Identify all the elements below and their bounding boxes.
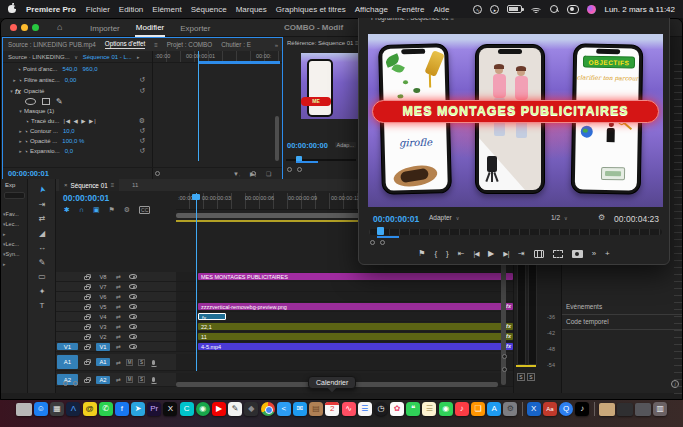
reference-timecode[interactable]: 00:00:00:00 — [287, 141, 328, 150]
play-only-icon[interactable]: ▶| — [250, 170, 256, 177]
mask-ellipse-icon[interactable] — [25, 98, 36, 105]
track-lane-V4[interactable]: fx — [176, 312, 513, 321]
panel-tab-4[interactable]: Chutier : E — [221, 41, 251, 48]
wrench-settings-icon[interactable]: ⚙ — [598, 213, 605, 222]
add-marker-button[interactable]: ⚑ — [418, 250, 425, 258]
twirl-icon[interactable]: ▸ — [17, 138, 24, 144]
mode-tab-exporter[interactable]: Exporter — [179, 21, 211, 36]
type-tool[interactable]: T — [28, 301, 56, 310]
lock-icon[interactable] — [84, 296, 90, 300]
record-mic-icon[interactable] — [152, 377, 155, 382]
track-target-V1[interactable]: V1 — [57, 343, 78, 350]
track-select-tool[interactable]: ⇥ — [28, 200, 56, 209]
effects-tree-item-4[interactable]: ▾Lec... — [3, 241, 19, 247]
track-name-V8[interactable]: V8 — [96, 274, 110, 280]
mode-tab-importer[interactable]: Importer — [89, 21, 121, 36]
clip-V3[interactable]: 22,1fx — [198, 323, 513, 330]
dock-item-youtube[interactable]: ▶ — [212, 402, 226, 416]
twirl-icon[interactable]: ▸ — [11, 77, 18, 83]
effects-tree-item-1[interactable]: ▾Fav... — [3, 211, 19, 217]
effect-property-value[interactable]: 540,0 — [62, 66, 77, 72]
dock-item-app-store[interactable]: A — [487, 402, 501, 416]
home-icon[interactable]: ⌂ — [57, 22, 62, 32]
track-lane-V7[interactable] — [176, 282, 513, 291]
dock-item-books[interactable]: ❏ — [471, 402, 485, 416]
zoom-in-handle[interactable] — [297, 167, 302, 172]
selection-tool[interactable]: ➤ — [28, 185, 56, 194]
siri-icon[interactable] — [587, 5, 596, 14]
menu-item-4[interactable]: Séquence — [191, 5, 227, 14]
toggle-track-output-icon[interactable] — [129, 324, 137, 329]
dock-item-mail[interactable]: ✉ — [293, 402, 307, 416]
sync-lock-icon[interactable]: ⇄ — [116, 273, 121, 280]
stopwatch-icon[interactable]: ◔ — [24, 148, 28, 155]
timeline-settings-icon[interactable]: ⚙ — [124, 206, 130, 214]
dock-item-whatsapp[interactable]: ✆ — [99, 402, 113, 416]
lock-icon[interactable] — [84, 286, 90, 290]
zoom-in-handle[interactable] — [73, 381, 78, 386]
effect-row-7[interactable]: ▸◔Contour ...10,0↺ — [3, 126, 151, 136]
dock-item-app-arrow[interactable]: Λ — [66, 402, 80, 416]
reset-icon[interactable]: ↺ — [139, 137, 145, 145]
mark-in-button[interactable]: { — [434, 250, 437, 258]
solo-button[interactable]: S — [138, 376, 145, 383]
ripple-edit-tool[interactable]: ⇄ — [28, 214, 56, 223]
effect-work-area-bar[interactable] — [198, 61, 280, 64]
dock-item-premiere-pro[interactable]: Pr — [147, 402, 161, 416]
lock-icon[interactable] — [84, 346, 90, 350]
go-to-out-button[interactable]: ⇥ — [518, 250, 525, 258]
solo-button[interactable]: S — [138, 359, 145, 366]
stopwatch-icon[interactable]: ◔ — [24, 128, 28, 135]
dock-item-app-fonts[interactable]: Aa — [543, 402, 557, 416]
effects-tree-item-2[interactable]: ▾Lec... — [3, 221, 19, 227]
dock-item-app-dark[interactable]: ◆ — [244, 402, 258, 416]
effect-row-9[interactable]: ▸◔Expansio...0,0↺ — [3, 146, 151, 156]
toggle-track-output-icon[interactable] — [129, 344, 137, 349]
control-center-icon[interactable] — [567, 5, 579, 14]
battery-icon[interactable] — [507, 5, 522, 13]
dock-item-app-x[interactable]: X — [527, 402, 541, 416]
zoom-out-handle[interactable] — [370, 240, 375, 245]
mute-button[interactable]: M — [126, 359, 133, 366]
clip-fx-badge[interactable]: fx — [506, 324, 511, 330]
lock-icon[interactable] — [84, 316, 90, 320]
stopwatch-icon[interactable]: ◔ — [24, 138, 28, 145]
dock-item-capcut[interactable]: X — [163, 402, 177, 416]
panel-menu-icon[interactable]: ≡ — [154, 42, 158, 48]
zoom-out-handle[interactable] — [155, 171, 160, 176]
sync-lock-icon[interactable]: ⇄ — [116, 303, 121, 310]
nest-icon[interactable]: ✱ — [64, 206, 70, 214]
program-playhead-handle[interactable] — [377, 227, 384, 235]
add-button[interactable]: + — [605, 250, 610, 258]
toggle-track-output-icon[interactable] — [129, 294, 137, 299]
lock-icon[interactable] — [84, 336, 90, 340]
close-window-button[interactable] — [10, 24, 17, 31]
dock-item-telegram[interactable]: ➤ — [131, 402, 145, 416]
dock-item-background-window-thumb[interactable] — [16, 403, 32, 416]
clip-V5[interactable]: zzzzvertical-removebg-preview.pngfx — [198, 303, 513, 310]
add-marker-icon[interactable]: ⚑ — [109, 206, 115, 214]
menu-item-1[interactable]: Fichier — [86, 5, 110, 14]
dock-item-launchpad[interactable]: ▦ — [50, 402, 64, 416]
effects-tree-item-5[interactable]: ▾Syn... — [3, 251, 20, 257]
clip-fx-badge[interactable]: fx — [506, 304, 511, 310]
toggle-track-output-icon[interactable] — [129, 334, 137, 339]
track-lane-V1[interactable]: 4-5.mp4fx — [176, 342, 513, 351]
menu-item-2[interactable]: Edition — [119, 5, 143, 14]
source-clip-dropdown[interactable]: Source · LINKEDING... — [8, 54, 70, 60]
effect-property-value[interactable]: 0,0 — [65, 148, 73, 154]
dock-item-app-brown[interactable]: ▤ — [309, 402, 323, 416]
effect-row-3[interactable]: ▾fxOpacité↺ — [3, 86, 151, 96]
effect-row-6[interactable]: ◔Tracé du...|◀ ◀ ▶ ▶|⚙ — [3, 116, 151, 126]
zoom-out-handle[interactable] — [287, 167, 292, 172]
snap-icon[interactable]: ∩ — [79, 206, 84, 214]
step-back-button[interactable]: |◀ — [473, 251, 479, 258]
dock-item-photo-document-thumb[interactable] — [599, 403, 615, 416]
effects-panel-tab[interactable]: Exp — [5, 182, 15, 188]
toggle-track-output-icon[interactable] — [129, 314, 137, 319]
background-panel-1[interactable]: Evénements — [566, 303, 602, 310]
export-icon[interactable]: ❏ — [266, 170, 271, 177]
track-lane-V8[interactable]: MES MONTAGES PUBLICITAIRES — [176, 272, 513, 281]
hand-tool[interactable]: ✦ — [28, 287, 56, 296]
reference-fit-dropdown[interactable]: Adap... — [335, 142, 356, 148]
